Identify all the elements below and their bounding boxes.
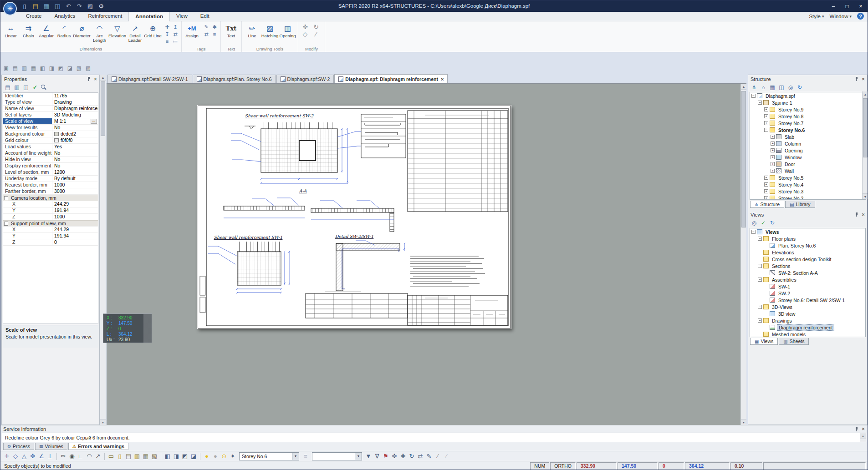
views-tool-icon[interactable]: ✓	[760, 219, 767, 227]
service-tab[interactable]: ⚙ Process	[3, 443, 34, 450]
apply-check-icon[interactable]: ✓	[31, 84, 39, 91]
quick-access-icon[interactable]: ↶	[64, 2, 72, 10]
group-expander-icon[interactable]	[4, 196, 8, 200]
property-value[interactable]: No ...	[52, 157, 98, 162]
property-row[interactable]: Grid colour f0f0f0 ...	[3, 137, 98, 144]
tree-item[interactable]: Cross-section design Toolkit	[750, 256, 865, 263]
tree-item[interactable]: 3D view	[750, 310, 865, 317]
property-value[interactable]: f0f0f0 ...	[52, 137, 98, 143]
tree-expander-icon[interactable]	[764, 182, 768, 187]
document-tab[interactable]: Diaphagm.spf: Diaphragm reinforcement ×	[334, 74, 448, 83]
quick-access-icon[interactable]: ▯	[20, 2, 29, 10]
property-value[interactable]: 0 ...	[52, 239, 98, 245]
search-icon[interactable]	[41, 84, 47, 91]
mini-toolbar-icon[interactable]: ▦	[30, 64, 37, 72]
mini-toolbar-icon[interactable]: ▥	[20, 64, 28, 72]
scroll-down-button[interactable]: ▼	[863, 193, 868, 199]
tree-item[interactable]: Drawings	[750, 317, 865, 324]
property-view-icon[interactable]: ▥	[13, 84, 20, 91]
property-value[interactable]: 1000 ...	[52, 214, 98, 220]
ribbon-tab[interactable]: Reinforcement	[82, 12, 129, 21]
tree-item[interactable]: Storey No.5	[750, 174, 865, 181]
tree-item[interactable]: Sections	[750, 263, 865, 269]
property-value[interactable]: dcdcd2 ...	[52, 131, 98, 137]
tree-expander-icon[interactable]	[771, 155, 775, 159]
property-row[interactable]: Nearest border, mm 1000 ...	[3, 182, 98, 188]
tag-option-icon[interactable]: ≡	[211, 31, 218, 37]
property-row[interactable]: Set of layers 3D Modeling ...	[3, 112, 98, 118]
tree-item[interactable]: Assemblies	[750, 276, 865, 283]
drawing-tool-button[interactable]: ▨ Hatching	[261, 22, 279, 45]
ribbon-button[interactable]: ⊕ Grid Line	[144, 22, 162, 45]
tree-item[interactable]: Storey No.6	[750, 126, 865, 133]
tree-item[interactable]: SW-2	[750, 290, 865, 297]
snap-tool-icon[interactable]: ✛	[3, 452, 11, 460]
service-scrollbar[interactable]: ▲	[860, 433, 866, 442]
mini-toolbar-icon[interactable]: ▧	[75, 64, 83, 72]
status-toggle[interactable]: ORTHO	[550, 462, 576, 470]
document-tab[interactable]: Diaphagm.spf:Plan. Storey No.6 ×	[193, 75, 276, 83]
structure-tool-icon[interactable]: ◎	[787, 84, 794, 91]
tree-expander-icon[interactable]	[771, 169, 775, 173]
ribbon-button[interactable]: ⌀ Diameter	[73, 22, 91, 45]
property-row[interactable]: X 244.29 ...	[3, 227, 98, 233]
tree-item[interactable]: Door	[750, 161, 865, 167]
tree-item[interactable]: Meshed models	[750, 331, 865, 337]
tree-item[interactable]: Здание 1	[750, 99, 865, 106]
storey-select[interactable]: Storey No.6 ▾	[239, 452, 299, 460]
property-row[interactable]: Z 0 ...	[3, 239, 98, 246]
tag-option-icon[interactable]: ✱	[211, 24, 218, 30]
modify-tool-icon[interactable]: ∕	[312, 31, 320, 37]
close-icon[interactable]: ×	[862, 77, 865, 81]
scroll-down-button[interactable]: ▼	[741, 419, 746, 425]
tree-item[interactable]: Slab	[750, 133, 865, 140]
view-tool-icon[interactable]: ◩	[181, 452, 189, 460]
property-value[interactable]: No ...	[52, 150, 98, 156]
property-row[interactable]: Support point of view, mm ...	[3, 220, 98, 227]
tree-item[interactable]: Diaphagm.spf	[750, 92, 865, 99]
draw-tool-icon[interactable]: ◠	[85, 452, 93, 460]
ribbon-button[interactable]: ↔ Linear	[2, 22, 20, 45]
panel-tab[interactable]: ▦ Views	[750, 338, 778, 345]
group-expander-icon[interactable]	[4, 222, 8, 226]
drawing-sheet[interactable]: Shear wall reinforcement SW-2	[197, 105, 511, 329]
toolbar-icon[interactable]: ✚	[399, 452, 407, 460]
property-value[interactable]: By default ...	[52, 176, 98, 182]
toolbar-icon[interactable]: ✜	[390, 452, 398, 460]
property-value[interactable]: No ...	[52, 163, 98, 169]
tree-item[interactable]: Column	[750, 140, 865, 147]
property-value[interactable]: No ...	[52, 125, 98, 131]
text-tool-button[interactable]: Txt Text	[222, 22, 240, 45]
service-tab[interactable]: ⚠ Errors and warnings	[68, 443, 128, 450]
property-row[interactable]: Underlay mode By default ...	[3, 176, 98, 182]
structure-tool-icon[interactable]: ↻	[796, 84, 803, 91]
properties-scrollbar[interactable]: ▲ ▼	[100, 75, 106, 425]
mini-toolbar-icon[interactable]: ◧	[39, 64, 46, 72]
scrollbar-thumb[interactable]	[863, 98, 868, 157]
property-row[interactable]: Farther border, mm 3000 ...	[3, 188, 98, 195]
toolbar-icon[interactable]: ↻	[408, 452, 416, 460]
property-row[interactable]: Name of view Diaphragm reinforcem... ...	[3, 106, 98, 112]
ribbon-button[interactable]: ▽ Elevation	[108, 22, 126, 45]
ribbon-button[interactable]: ↗ Detail Leader	[126, 22, 144, 45]
visibility-tool-icon[interactable]: ●	[211, 452, 220, 460]
mini-toolbar-icon[interactable]: ▤	[11, 64, 19, 72]
window-menu[interactable]: Window ▾	[830, 14, 852, 19]
property-row[interactable]: Background colour dcdcd2 ...	[3, 131, 98, 137]
tree-item[interactable]: Storey No.6: Detail SW-2/SW-1	[750, 297, 865, 303]
scroll-up-button[interactable]: ▲	[860, 433, 866, 439]
pin-icon[interactable]	[854, 427, 859, 432]
pin-icon[interactable]	[854, 76, 859, 81]
document-tab[interactable]: Diaphagm.spf:Detail SW-2/SW-1 ×	[107, 75, 192, 83]
property-row[interactable]: X 244.29 ...	[3, 201, 98, 207]
structure-tool-icon[interactable]: ⌂	[760, 84, 767, 91]
structure-tool-icon[interactable]: ◫	[778, 84, 785, 91]
ribbon-button[interactable]: ◜ Radius	[55, 22, 73, 45]
scrollbar-thumb[interactable]	[101, 81, 105, 136]
ribbon-button[interactable]: ◠ Arc Length	[91, 22, 108, 45]
tree-expander-icon[interactable]	[764, 121, 768, 125]
status-toggle[interactable]: NUM	[530, 462, 549, 470]
tree-item[interactable]: Diaphragm reinforcement	[750, 324, 865, 331]
tree-expander-icon[interactable]	[764, 189, 768, 193]
snap-tool-icon[interactable]: △	[20, 452, 28, 460]
